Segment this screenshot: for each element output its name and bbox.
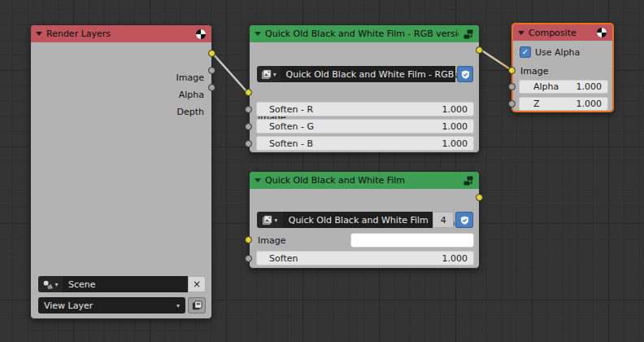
render-layers-icon	[192, 300, 202, 311]
scene-name-field[interactable]: Scene	[63, 276, 188, 292]
group-browse-button[interactable]: ▾	[257, 212, 283, 228]
z-slider[interactable]: Z 1.000	[519, 97, 608, 111]
collapse-arrow-icon[interactable]	[255, 178, 261, 182]
socket-alpha-input[interactable]	[508, 83, 516, 90]
image-color-swatch[interactable]	[350, 233, 474, 248]
slider-value: 1.000	[442, 104, 468, 115]
socket-soften-g-input[interactable]	[245, 123, 252, 130]
node-render-layers[interactable]: Render Layers Image Alpha Depth ▾ Scene …	[30, 24, 212, 319]
slider-value: 1.000	[442, 253, 468, 264]
output-label-alpha: Alpha	[179, 90, 204, 100]
socket-image-input[interactable]	[245, 236, 252, 243]
view-layer-value: View Layer	[44, 300, 175, 311]
group-datablock-row: ▾ Quick Old Black and White Film - RGB v…	[257, 66, 473, 82]
node-group-bw-film[interactable]: Quick Old Black and White Film Image ▾ Q…	[249, 171, 480, 269]
node-group-rgb-version[interactable]: Quick Old Black and White Film - RGB ver…	[249, 24, 480, 153]
close-icon: ×	[193, 278, 201, 290]
socket-image-output[interactable]	[476, 46, 483, 54]
node-title: Quick Old Black and White Film - RGB ver…	[265, 28, 459, 39]
node-group-icon	[463, 175, 474, 186]
collapse-arrow-icon[interactable]	[255, 32, 261, 36]
socket-soften-input[interactable]	[245, 255, 252, 262]
render-result-sphere-icon	[195, 28, 207, 40]
slider-label: Soften - G	[263, 121, 442, 132]
slider-value: 1.000	[577, 81, 603, 92]
render-result-sphere-icon	[596, 27, 607, 38]
soften-r-slider[interactable]: Soften - R 1.000	[256, 102, 474, 116]
chevron-down-icon: ▾	[176, 302, 180, 309]
socket-image-output[interactable]	[208, 50, 215, 57]
group-bw-header[interactable]: Quick Old Black and White Film	[250, 172, 479, 189]
shield-check-icon	[460, 216, 469, 225]
socket-image-input[interactable]	[508, 67, 516, 74]
soften-g-slider[interactable]: Soften - G 1.000	[256, 119, 474, 134]
chevron-down-icon: ▾	[274, 217, 277, 224]
socket-image-input[interactable]	[245, 89, 252, 96]
slider-label: Alpha	[525, 81, 559, 92]
scene-browse-button[interactable]: ▾	[38, 276, 63, 292]
socket-image-output[interactable]	[476, 194, 483, 201]
socket-soften-b-input[interactable]	[245, 140, 252, 147]
input-label-image: Image	[258, 235, 285, 246]
collapse-arrow-icon[interactable]	[518, 31, 524, 35]
group-name-field[interactable]: Quick Old Black and White Film	[283, 212, 433, 228]
node-group-icon	[463, 28, 474, 40]
node-title: Composite	[529, 28, 592, 38]
node-title: Render Layers	[46, 28, 191, 39]
collapse-arrow-icon[interactable]	[36, 32, 42, 36]
view-layer-dropdown[interactable]: View Layer ▾	[38, 297, 185, 314]
alpha-slider[interactable]: Alpha 1.000	[519, 80, 608, 94]
slider-value: 1.000	[577, 99, 603, 109]
render-layers-header[interactable]: Render Layers	[31, 25, 211, 42]
scene-selector-row: ▾ Scene ×	[38, 276, 206, 292]
output-label-image: Image	[176, 72, 204, 83]
socket-soften-r-input[interactable]	[245, 106, 252, 113]
view-layer-row: View Layer ▾	[38, 297, 206, 314]
node-title: Quick Old Black and White Film	[265, 175, 459, 186]
fake-user-toggle[interactable]	[457, 66, 473, 82]
slider-label: Soften	[263, 253, 442, 264]
use-alpha-label: Use Alpha	[535, 47, 580, 58]
soften-b-slider[interactable]: Soften - B 1.000	[256, 136, 474, 151]
composite-header[interactable]: Composite	[513, 24, 612, 41]
users-count-button[interactable]: 4	[433, 212, 454, 228]
slider-value: 1.000	[442, 121, 468, 132]
group-name-field[interactable]: Quick Old Black and White Film - RGB v..…	[281, 66, 456, 82]
image-datablock-icon	[262, 215, 272, 226]
chevron-down-icon: ▾	[54, 281, 58, 288]
slider-label: Soften - R	[263, 104, 442, 115]
slider-label: Soften - B	[263, 138, 442, 149]
slider-value: 1.000	[442, 138, 468, 149]
use-alpha-checkbox[interactable]: ✓	[520, 46, 531, 58]
socket-depth-output[interactable]	[208, 84, 215, 91]
group-browse-button[interactable]: ▾	[257, 66, 281, 82]
group-rgb-header[interactable]: Quick Old Black and White Film - RGB ver…	[250, 25, 479, 42]
scene-clear-button[interactable]: ×	[188, 276, 206, 292]
socket-alpha-output[interactable]	[208, 67, 215, 74]
socket-z-input[interactable]	[508, 100, 516, 107]
fake-user-toggle[interactable]	[455, 212, 473, 228]
group-datablock-row: ▾ Quick Old Black and White Film 4	[257, 212, 473, 228]
shield-check-icon	[461, 70, 470, 79]
image-datablock-icon	[261, 69, 272, 80]
new-view-layer-button[interactable]	[188, 297, 206, 314]
slider-label: Z	[525, 99, 540, 109]
node-composite[interactable]: Composite ✓ Use Alpha Image Alpha 1.000 …	[511, 23, 614, 112]
use-alpha-row: ✓ Use Alpha	[520, 46, 580, 59]
scene-icon	[42, 279, 53, 290]
output-label-depth: Depth	[176, 107, 204, 117]
input-label-image: Image	[520, 66, 548, 77]
chevron-down-icon: ▾	[273, 71, 276, 78]
soften-slider[interactable]: Soften 1.000	[256, 251, 474, 265]
